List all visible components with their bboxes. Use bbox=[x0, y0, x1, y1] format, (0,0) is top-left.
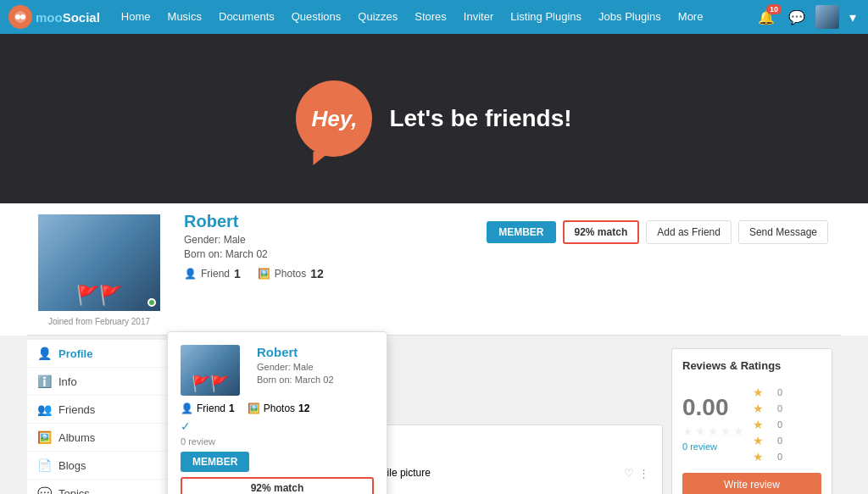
logo[interactable]: mooSocial bbox=[8, 5, 100, 29]
send-message-button[interactable]: Send Message bbox=[738, 220, 828, 244]
bar-row-5: ★ 0 bbox=[753, 386, 782, 399]
bar-star-5: ★ bbox=[753, 386, 764, 399]
friend-stat: 👤 Friend 1 bbox=[184, 267, 241, 280]
online-dot bbox=[147, 298, 156, 307]
activity-actions: ♡ ⋮ bbox=[624, 467, 649, 480]
sidebar-item-profile[interactable]: 👤 Profile bbox=[27, 340, 171, 368]
nav-listing-plugins[interactable]: Listing Plugins bbox=[502, 0, 590, 34]
blogs-icon: 📄 bbox=[37, 458, 52, 472]
user-menu-button[interactable]: ▾ bbox=[846, 6, 860, 29]
popup-overlay: 🚩🚩 Robert Gender: Male Born on: March 02… bbox=[167, 331, 387, 494]
sidebar-item-topics[interactable]: 💬 Topics bbox=[27, 480, 171, 494]
friend-count: 1 bbox=[234, 267, 241, 280]
svg-point-1 bbox=[15, 14, 20, 19]
cover-hey: Hey, Let's be friends! bbox=[296, 80, 571, 157]
photo-label: Photos bbox=[275, 268, 306, 280]
joined-text: Joined from February 2017 bbox=[36, 317, 163, 326]
avatar-inner: 🚩🚩 bbox=[38, 214, 160, 311]
bar-row-1: ★ 0 bbox=[753, 450, 782, 463]
profile-section-wrapper: 🚩🚩 Joined from February 2017 Robert Gend… bbox=[0, 203, 868, 336]
friend-label: Friend bbox=[201, 268, 230, 280]
star-2: ★ bbox=[695, 425, 706, 438]
photo-count: 12 bbox=[310, 267, 324, 280]
more-options-icon[interactable]: ⋮ bbox=[638, 467, 649, 480]
profile-avatar-area: 🚩🚩 Joined from February 2017 bbox=[27, 203, 171, 335]
review-count-link[interactable]: 0 review bbox=[682, 441, 744, 452]
profile-info-area: Robert Gender: Male Born on: March 02 👤 … bbox=[171, 203, 474, 335]
sidebar-item-albums[interactable]: 🖼️ Albums bbox=[27, 424, 171, 452]
member-button[interactable]: MEMBER bbox=[487, 221, 555, 243]
svg-point-2 bbox=[20, 14, 25, 19]
friend-icon: 👤 bbox=[184, 268, 197, 280]
popup-review-link[interactable]: 0 review bbox=[181, 436, 374, 447]
star-4: ★ bbox=[721, 425, 732, 438]
add-friend-button[interactable]: Add as Friend bbox=[646, 220, 732, 244]
sidebar-label-albums: Albums bbox=[58, 431, 95, 444]
bar-count-4: 0 bbox=[772, 403, 782, 414]
bar-count-2: 0 bbox=[772, 436, 782, 446]
logo-icon bbox=[8, 5, 32, 29]
photo-icon: 🖼️ bbox=[258, 268, 270, 280]
popup-gender: Gender: Male bbox=[257, 362, 334, 372]
match-button[interactable]: 92% match bbox=[563, 220, 640, 244]
sidebar-label-profile: Profile bbox=[58, 347, 92, 360]
profile-section: 🚩🚩 Joined from February 2017 Robert Gend… bbox=[27, 203, 841, 336]
sidebar-label-info: Info bbox=[58, 375, 77, 388]
profile-name: Robert bbox=[184, 212, 461, 231]
nav-quizzes[interactable]: Quizzes bbox=[349, 0, 406, 34]
sidebar-item-friends[interactable]: 👥 Friends bbox=[27, 396, 171, 424]
bar-row-2: ★ 0 bbox=[753, 434, 782, 447]
bar-row-3: ★ 0 bbox=[753, 418, 782, 431]
cover-area: Hey, Let's be friends! bbox=[0, 34, 868, 203]
popup-card: 🚩🚩 Robert Gender: Male Born on: March 02… bbox=[167, 331, 387, 494]
sidebar-label-topics: Topics bbox=[58, 487, 90, 495]
logo-text: mooSocial bbox=[36, 10, 100, 25]
messages-button[interactable]: 💬 bbox=[785, 6, 809, 29]
popup-stats: 👤 Friend 1 🖼️ Photos 12 bbox=[181, 402, 374, 414]
popup-born: Born on: March 02 bbox=[257, 375, 334, 385]
main-layout: 👤 Profile ℹ️ Info 👥 Friends 🖼️ Albums 📄 … bbox=[27, 336, 841, 494]
popup-avatar: 🚩🚩 bbox=[181, 345, 240, 396]
bar-star-4: ★ bbox=[753, 402, 764, 415]
right-panel: Reviews & Ratings 0.00 ★ ★ ★ ★ ★ 0 revie… bbox=[671, 340, 841, 494]
notification-button[interactable]: 🔔 10 bbox=[754, 6, 778, 29]
popup-member-button[interactable]: MEMBER bbox=[181, 452, 249, 472]
nav-stores[interactable]: Stores bbox=[406, 0, 455, 34]
star-1: ★ bbox=[682, 425, 693, 438]
popup-photo-stat: 🖼️ Photos 12 bbox=[248, 402, 310, 414]
profile-actions: MEMBER 92% match Add as Friend Send Mess… bbox=[474, 212, 841, 253]
friends-icon: 👥 bbox=[37, 402, 52, 416]
nav-home[interactable]: Home bbox=[113, 0, 159, 34]
popup-friend-stat: 👤 Friend 1 bbox=[181, 402, 235, 414]
nav-musics[interactable]: Musics bbox=[159, 0, 210, 34]
bar-star-2: ★ bbox=[753, 434, 764, 447]
bar-row-4: ★ 0 bbox=[753, 402, 782, 415]
nav-questions[interactable]: Questions bbox=[283, 0, 350, 34]
info-icon: ℹ️ bbox=[37, 375, 52, 388]
bar-star-3: ★ bbox=[753, 418, 764, 431]
star-5: ★ bbox=[733, 425, 744, 438]
photo-stat: 🖼️ Photos 12 bbox=[258, 267, 324, 280]
star-3: ★ bbox=[708, 425, 719, 438]
nav-jobs-plugins[interactable]: Jobs Plugins bbox=[590, 0, 670, 34]
popup-name: Robert bbox=[257, 345, 334, 359]
stars-row: ★ ★ ★ ★ ★ bbox=[682, 425, 744, 438]
write-review-button[interactable]: Write review bbox=[682, 473, 821, 494]
heart-icon[interactable]: ♡ bbox=[624, 467, 634, 480]
nav-more[interactable]: More bbox=[670, 0, 712, 34]
user-avatar-nav[interactable] bbox=[815, 5, 839, 29]
nav-documents[interactable]: Documents bbox=[210, 0, 283, 34]
reviews-title: Reviews & Ratings bbox=[682, 359, 821, 372]
sidebar-item-blogs[interactable]: 📄 Blogs bbox=[27, 452, 171, 480]
sidebar: 👤 Profile ℹ️ Info 👥 Friends 🖼️ Albums 📄 … bbox=[27, 340, 171, 494]
popup-friend-icon: 👤 bbox=[181, 402, 193, 414]
sidebar-item-info[interactable]: ℹ️ Info bbox=[27, 368, 171, 396]
popup-match-button[interactable]: 92% match bbox=[181, 477, 374, 494]
rating-score: 0.00 ★ ★ ★ ★ ★ 0 review bbox=[682, 394, 744, 452]
popup-check-icon: ✓ bbox=[181, 419, 374, 433]
nav-inviter[interactable]: Inviter bbox=[455, 0, 502, 34]
albums-icon: 🖼️ bbox=[37, 430, 52, 444]
popup-info: Robert Gender: Male Born on: March 02 bbox=[257, 345, 334, 396]
nav-right: 🔔 10 💬 ▾ bbox=[754, 5, 860, 29]
navbar: mooSocial Home Musics Documents Question… bbox=[0, 0, 868, 34]
